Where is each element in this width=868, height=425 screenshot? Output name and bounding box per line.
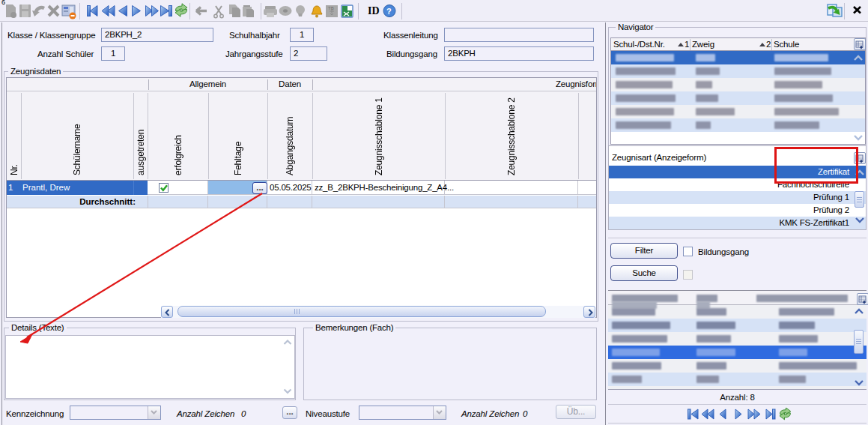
svg-text:ID: ID bbox=[368, 5, 380, 16]
svg-text:?: ? bbox=[386, 7, 392, 16]
svg-text:TB: TB bbox=[328, 6, 334, 10]
